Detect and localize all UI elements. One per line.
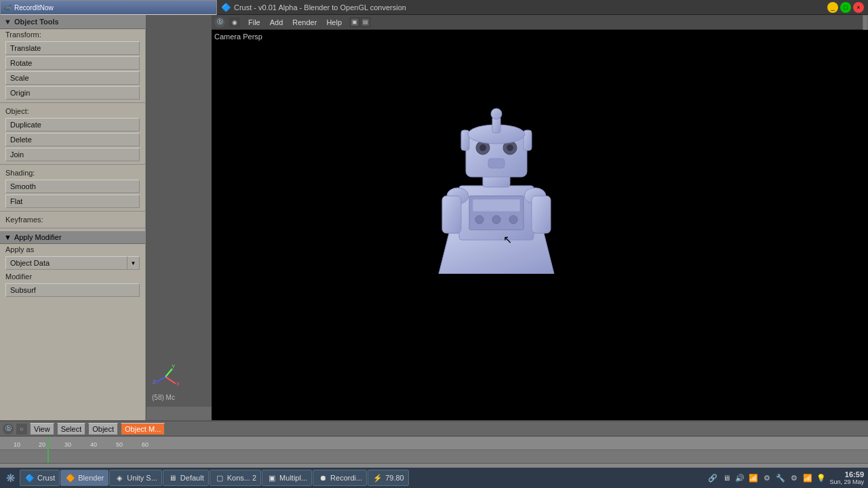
marker-30: 30 (64, 441, 71, 448)
apply-as-dropdown[interactable]: Object Data ▼ (5, 256, 140, 270)
tray-volume[interactable]: 🔊 (734, 472, 745, 483)
blender-menu-icon[interactable]: ⓑ (214, 17, 225, 28)
recorditnow-icon: 📹 (3, 4, 12, 12)
unity-label: Unity S... (127, 474, 157, 482)
tray-settings1[interactable]: ⚙ (762, 472, 772, 483)
marker-20: 20 (39, 441, 45, 448)
blender-icon: 🔷 (221, 3, 231, 12)
dropdown-arrow-icon[interactable]: ▼ (127, 256, 140, 270)
timeline-icon2[interactable]: ○ (16, 424, 27, 434)
origin-button[interactable]: Origin (5, 86, 140, 100)
tray-wifi[interactable]: 📶 (748, 472, 759, 483)
crust-icon: 🔷 (24, 472, 35, 483)
svg-line-2 (156, 377, 165, 382)
transform-label: Transform: (0, 29, 145, 40)
delete-button[interactable]: Delete (5, 133, 140, 146)
fps-value: 79.80 (385, 474, 404, 482)
tray-signal[interactable]: 📶 (802, 472, 813, 483)
tray-display[interactable]: 🖥 (721, 472, 732, 483)
svg-point-28 (491, 108, 502, 119)
default-label: Default (180, 474, 204, 482)
shading-label: Shading: (0, 167, 145, 178)
blender-label: Blender (78, 474, 104, 482)
recordit-icon: ⏺ (317, 472, 328, 483)
svg-point-22 (507, 144, 513, 151)
taskbar-right: 🔗 🖥 🔊 📶 ⚙ 🔧 ⚙ 📶 💡 16:59 Sun, 29 May (707, 470, 867, 485)
timeline-icon[interactable]: ⓑ (3, 424, 14, 434)
tray-power[interactable]: 💡 (816, 472, 827, 483)
default-icon: 🖥 (167, 472, 178, 483)
recordit-label: Recordi... (330, 474, 362, 482)
help-menu[interactable]: Help (322, 17, 346, 28)
taskbar-crust[interactable]: 🔷 Crust (20, 470, 60, 486)
camera-persp-label: Camera Persp (214, 33, 262, 41)
taskbar-konsole2[interactable]: ▢ Kons... 2 (210, 470, 261, 486)
tray-settings2[interactable]: 🔧 (775, 472, 786, 483)
divider-2 (0, 164, 145, 165)
taskbar-blender[interactable]: 🔶 Blender (60, 470, 108, 486)
taskbar-default[interactable]: 🖥 Default (163, 470, 209, 486)
taskbar-unity[interactable]: ◈ Unity S... (109, 470, 162, 486)
crust-label: Crust (37, 474, 55, 482)
timeline-objectmode-btn[interactable]: Object M... (121, 423, 165, 435)
duplicate-button[interactable]: Duplicate (5, 118, 140, 131)
toolbar-icon-1[interactable]: ▣ (350, 18, 359, 27)
divider-1 (0, 102, 145, 103)
scene-icon[interactable]: ◉ (229, 17, 240, 28)
tray-network[interactable]: 🔗 (707, 472, 718, 483)
blender-window-controls: _ □ × (827, 2, 864, 13)
system-clock[interactable]: 16:59 Sun, 29 May (829, 470, 864, 485)
svg-line-0 (165, 377, 176, 384)
taskbar-fps[interactable]: ⚡ 79.80 (368, 470, 409, 486)
smooth-button[interactable]: Smooth (5, 180, 140, 193)
svg-point-10 (475, 216, 484, 224)
frame-info: (58) Mc (152, 394, 175, 401)
konsole2-label: Kons... 2 (227, 474, 256, 482)
taskbar-multiple[interactable]: ▣ Multipl... (262, 470, 312, 486)
marker-60: 60 (142, 441, 149, 448)
clock-date: Sun, 29 May (829, 479, 864, 485)
apply-as-value: Object Data (5, 256, 127, 270)
blender-title: Crust - v0.01 Alpha - Blender to OpenGL … (234, 3, 827, 12)
timeline-ruler: 10 20 30 40 50 60 (0, 436, 868, 450)
minimize-button[interactable]: _ (827, 2, 838, 13)
playhead[interactable] (47, 436, 49, 463)
keyframes-label: Keyframes: (0, 214, 145, 225)
apply-modifier-header[interactable]: ▼ Apply Modifier (0, 231, 145, 244)
modifier-value[interactable]: Subsurf (5, 283, 140, 297)
maximize-button[interactable]: □ (840, 2, 851, 13)
multiple-label: Multipl... (279, 474, 307, 482)
modifier-label: Modifier (0, 271, 145, 282)
multiple-icon: ▣ (267, 472, 277, 483)
marker-10: 10 (14, 441, 20, 448)
timeline-object-btn[interactable]: Object (88, 423, 118, 435)
close-button[interactable]: × (853, 2, 864, 13)
recorditnow-title: RecordItNow (14, 4, 54, 12)
toolbar-icon-2[interactable]: ▤ (361, 18, 370, 27)
unity-icon: ◈ (114, 472, 125, 483)
rotate-button[interactable]: Rotate (5, 56, 140, 70)
join-button[interactable]: Join (5, 148, 140, 161)
flat-button[interactable]: Flat (5, 195, 140, 208)
render-menu[interactable]: Render (288, 17, 321, 28)
robot-svg (429, 98, 564, 274)
timeline-select-btn[interactable]: Select (57, 423, 86, 435)
blender-titlebar: 🔷 Crust - v0.01 Alpha - Blender to OpenG… (217, 0, 868, 15)
marker-40: 40 (90, 441, 97, 448)
divider-4 (0, 228, 145, 228)
svg-line-1 (165, 369, 172, 377)
timeline-view-btn[interactable]: View (30, 423, 54, 435)
add-menu[interactable]: Add (266, 17, 288, 28)
translate-button[interactable]: Translate (5, 41, 140, 55)
svg-rect-16 (532, 196, 551, 233)
object-tools-header[interactable]: ▼ Object Tools (0, 15, 145, 29)
3d-viewport[interactable]: Camera Persp (212, 30, 868, 420)
kde-menu-button[interactable]: ❋ (1, 469, 19, 487)
fps-icon: ⚡ (372, 472, 383, 483)
tray-settings3[interactable]: ⚙ (789, 472, 800, 483)
character-model (429, 98, 564, 267)
taskbar-recordit[interactable]: ⏺ Recordi... (313, 470, 367, 486)
scale-button[interactable]: Scale (5, 71, 140, 85)
object-label: Object: (0, 106, 145, 117)
file-menu[interactable]: File (244, 17, 264, 28)
